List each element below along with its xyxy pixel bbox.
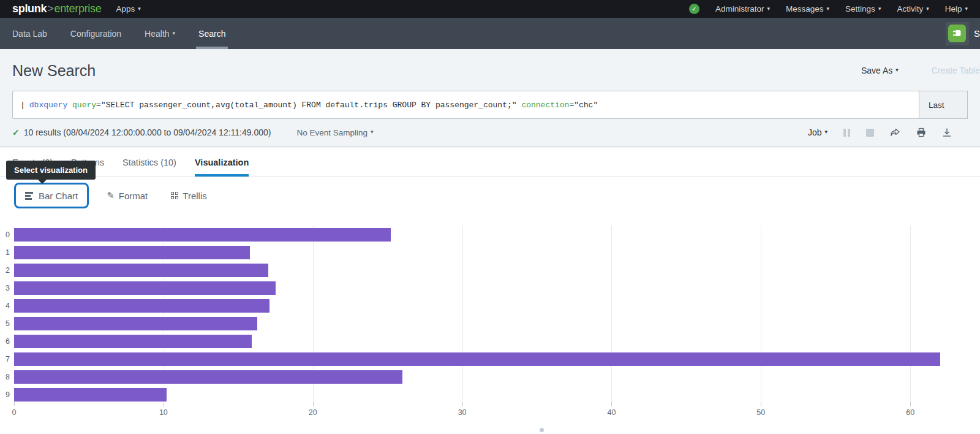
chevron-down-icon: ▾ bbox=[371, 129, 374, 135]
x-axis-label: 30 bbox=[458, 408, 467, 417]
x-axis-label: 40 bbox=[607, 408, 616, 417]
export-download-icon[interactable] bbox=[942, 128, 952, 137]
bar-6[interactable] bbox=[14, 335, 252, 348]
scroll-indicator-dot[interactable] bbox=[540, 428, 544, 432]
x-axis-label: 50 bbox=[756, 408, 765, 417]
page-title: New Search bbox=[12, 62, 96, 80]
menu-help[interactable]: Help▾ bbox=[945, 4, 968, 13]
query-arg1-name: query bbox=[72, 101, 96, 110]
chevron-down-icon: ▾ bbox=[895, 67, 899, 73]
format-button[interactable]: ✎ Format bbox=[107, 190, 148, 201]
select-visualization-tooltip: Select visualization bbox=[6, 161, 96, 180]
tab-statistics[interactable]: Statistics (10) bbox=[123, 148, 176, 177]
bar-9[interactable] bbox=[14, 388, 167, 402]
menu-activity[interactable]: Activity▾ bbox=[897, 4, 929, 13]
x-axis-label: 0 bbox=[12, 408, 17, 417]
results-summary: 10 results (08/04/2024 12:00:00.000 to 0… bbox=[24, 128, 271, 137]
bar-7[interactable] bbox=[14, 352, 940, 366]
x-axis-tick bbox=[910, 402, 911, 406]
x-axis-tick bbox=[611, 402, 612, 406]
logo-product: enterprise bbox=[54, 2, 101, 15]
menu-settings[interactable]: Settings▾ bbox=[845, 4, 881, 13]
bar-1[interactable] bbox=[14, 246, 250, 259]
nav-item-data-lab[interactable]: Data Lab bbox=[12, 18, 47, 49]
bar-4[interactable] bbox=[14, 299, 270, 313]
time-range-picker[interactable]: Last bbox=[919, 91, 968, 119]
x-axis-tick bbox=[164, 402, 164, 406]
db-connect-app-icon bbox=[946, 22, 969, 45]
y-axis-label: 4 bbox=[6, 302, 10, 310]
x-axis-label: 60 bbox=[906, 408, 914, 417]
splunk-window: splunk>enterprise Apps ▾ ✓ Administrator… bbox=[0, 0, 980, 434]
bar-2[interactable] bbox=[14, 264, 268, 277]
pause-icon[interactable] bbox=[843, 129, 850, 137]
success-check-icon: ✓ bbox=[12, 128, 20, 137]
x-axis-tick bbox=[462, 402, 463, 406]
chart-type-label: Bar Chart bbox=[39, 191, 78, 201]
y-axis-label: 6 bbox=[6, 337, 10, 346]
menu-administrator[interactable]: Administrator▾ bbox=[715, 4, 770, 13]
create-table-button[interactable]: Create Table bbox=[932, 66, 980, 75]
menu-messages[interactable]: Messages▾ bbox=[786, 4, 829, 13]
y-axis-label: 7 bbox=[6, 355, 10, 364]
gridline bbox=[910, 226, 911, 407]
topbar-right-menus: ✓ Administrator▾ Messages▾ Settings▾ Act… bbox=[689, 4, 968, 14]
tab-visualization[interactable]: Visualization bbox=[195, 148, 249, 177]
query-command: dbxquery bbox=[29, 101, 67, 110]
x-axis-tick bbox=[14, 402, 15, 406]
results-bar: ✓ 10 results (08/04/2024 12:00:00.000 to… bbox=[0, 119, 980, 147]
chevron-down-icon: ▾ bbox=[878, 6, 881, 12]
bar-chart-icon bbox=[25, 192, 33, 200]
pencil-icon: ✎ bbox=[107, 190, 115, 201]
search-query-input[interactable]: | dbxquery query="SELECT passenger_count… bbox=[12, 91, 919, 119]
x-axis-tick bbox=[761, 402, 761, 406]
splunk-logo: splunk>enterprise bbox=[12, 2, 101, 15]
query-arg2-value: ="chc" bbox=[569, 101, 598, 110]
bar-chart: 0123456789 0102030405060 bbox=[0, 228, 980, 424]
trellis-button[interactable]: Trellis bbox=[171, 191, 206, 201]
y-axis-label: 5 bbox=[6, 319, 10, 328]
current-app[interactable]: S bbox=[946, 18, 968, 49]
stop-icon[interactable] bbox=[866, 129, 874, 137]
apps-menu-label: Apps bbox=[116, 4, 135, 13]
y-axis-label: 0 bbox=[6, 230, 10, 239]
nav-item-configuration[interactable]: Configuration bbox=[70, 18, 121, 49]
health-status-icon[interactable]: ✓ bbox=[689, 4, 699, 14]
chevron-down-icon: ▾ bbox=[827, 6, 830, 12]
chevron-down-icon: ▾ bbox=[767, 6, 771, 12]
chart-type-picker-button[interactable]: Bar Chart bbox=[14, 183, 89, 208]
job-menu[interactable]: Job▾ bbox=[808, 128, 827, 137]
save-as-button[interactable]: Save As▾ bbox=[861, 66, 899, 75]
chart-plot: 0102030405060 bbox=[14, 228, 951, 402]
chart-ylabels: 0123456789 bbox=[0, 228, 10, 406]
y-axis-label: 1 bbox=[6, 248, 10, 257]
gridline bbox=[462, 226, 463, 407]
share-icon[interactable] bbox=[890, 128, 900, 137]
chevron-down-icon: ▾ bbox=[824, 129, 827, 135]
y-axis-label: 9 bbox=[6, 390, 10, 399]
apps-menu[interactable]: Apps ▾ bbox=[116, 4, 140, 13]
nav-item-health[interactable]: Health▾ bbox=[145, 18, 175, 49]
bar-5[interactable] bbox=[14, 317, 257, 330]
bar-0[interactable] bbox=[14, 228, 391, 242]
x-axis-label: 20 bbox=[309, 408, 317, 417]
gridline bbox=[761, 226, 761, 407]
top-bar: splunk>enterprise Apps ▾ ✓ Administrator… bbox=[0, 0, 980, 18]
y-axis-label: 8 bbox=[6, 373, 10, 381]
event-sampling-menu[interactable]: No Event Sampling▾ bbox=[296, 128, 373, 137]
app-name: S bbox=[974, 28, 980, 39]
bar-3[interactable] bbox=[14, 281, 276, 295]
plug-icon bbox=[948, 25, 966, 42]
logo-brand: splunk bbox=[12, 2, 47, 15]
x-axis-tick bbox=[313, 402, 314, 406]
query-arg2-name: connection bbox=[521, 101, 569, 110]
gridline bbox=[611, 226, 612, 407]
y-axis-label: 2 bbox=[6, 266, 10, 275]
bar-8[interactable] bbox=[14, 370, 402, 384]
results-tabs: Events (0) Patterns Statistics (10) Visu… bbox=[0, 148, 980, 177]
print-icon[interactable] bbox=[916, 128, 926, 137]
nav-item-search[interactable]: Search bbox=[198, 18, 225, 49]
chevron-down-icon: ▾ bbox=[926, 6, 929, 12]
y-axis-label: 3 bbox=[6, 284, 10, 292]
chevron-down-icon: ▾ bbox=[138, 6, 141, 12]
